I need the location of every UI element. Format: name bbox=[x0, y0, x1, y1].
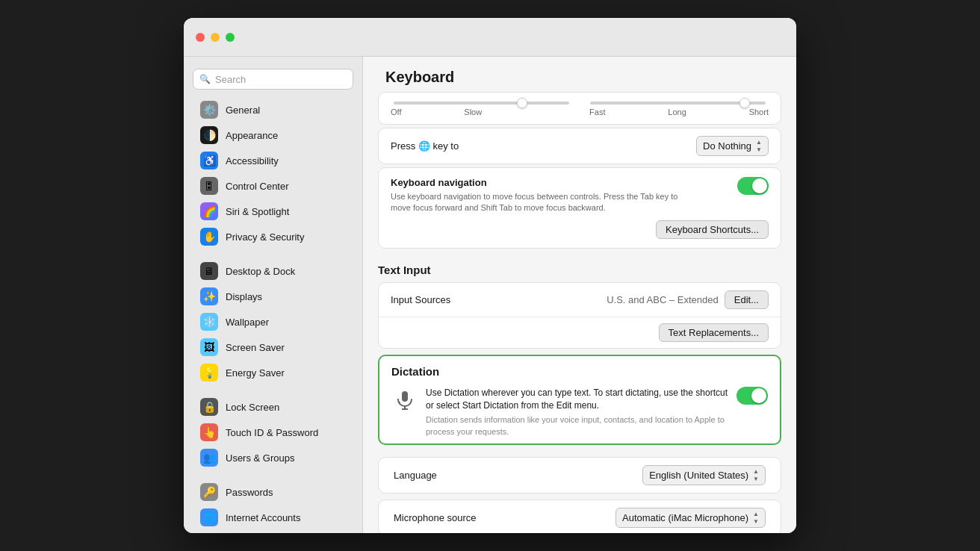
dictation-title: Dictation bbox=[379, 356, 780, 384]
internet-accounts-icon: 🌐 bbox=[200, 508, 218, 526]
language-select[interactable]: English (United States) ▲ ▼ bbox=[642, 465, 766, 485]
sidebar-item-energy-saver[interactable]: 💡 Energy Saver bbox=[188, 360, 358, 385]
sidebar-item-accessibility[interactable]: ♿ Accessibility bbox=[188, 148, 358, 173]
sidebar-item-general[interactable]: ⚙️ General bbox=[188, 97, 358, 122]
titlebar bbox=[184, 18, 796, 57]
press-globe-label: Press 🌐 key to bbox=[391, 140, 459, 152]
users-groups-icon: 👥 bbox=[200, 449, 218, 467]
text-input-title: Text Input bbox=[363, 255, 796, 282]
keyboard-nav-toggle[interactable] bbox=[737, 177, 769, 195]
sidebar-item-lock-screen[interactable]: 🔒 Lock Screen bbox=[188, 394, 358, 420]
microphone-value: Automatic (iMac Microphone) bbox=[622, 512, 748, 523]
key-repeat-slider[interactable] bbox=[394, 102, 569, 105]
sidebar-label-privacy-security: Privacy & Security bbox=[226, 231, 304, 243]
slider-label-off: Off bbox=[391, 108, 401, 116]
delay-slider[interactable] bbox=[590, 102, 766, 105]
input-sources-section: Input Sources U.S. and ABC – Extended Ed… bbox=[378, 282, 781, 349]
sidebar-item-passwords[interactable]: 🔑 Passwords bbox=[188, 479, 358, 505]
sidebar-label-desktop-dock: Desktop & Dock bbox=[226, 266, 295, 277]
sidebar-item-control-center[interactable]: 🎛 Control Center bbox=[188, 173, 358, 199]
minimize-button[interactable] bbox=[211, 33, 220, 42]
sidebar: 🔍 Search ⚙️ General 🌓 Appearance ♿ Acces… bbox=[184, 57, 363, 533]
accessibility-icon: ♿ bbox=[200, 152, 218, 169]
touch-id-icon: 👆 bbox=[200, 423, 218, 441]
sidebar-item-wallpaper[interactable]: ❄️ Wallpaper bbox=[188, 309, 358, 334]
sidebar-divider-3 bbox=[184, 470, 362, 479]
page-title: Keyboard bbox=[363, 57, 796, 92]
microphone-source-row: Microphone source Automatic (iMac Microp… bbox=[378, 499, 781, 533]
sidebar-item-displays[interactable]: ✨ Displays bbox=[188, 284, 358, 309]
sidebar-label-wallpaper: Wallpaper bbox=[226, 317, 269, 328]
microphone-label: Microphone source bbox=[394, 512, 477, 523]
screen-saver-icon: 🖼 bbox=[200, 338, 218, 356]
sidebar-label-lock-screen: Lock Screen bbox=[226, 402, 279, 413]
sidebar-item-privacy-security[interactable]: ✋ Privacy & Security bbox=[188, 224, 358, 249]
language-label: Language bbox=[394, 470, 437, 481]
main-content: Keyboard Off Slow Fast Long Short bbox=[363, 57, 796, 533]
sidebar-item-desktop-dock[interactable]: 🖥 Desktop & Dock bbox=[188, 258, 358, 284]
slider-label-slow: Slow bbox=[464, 108, 482, 116]
dictation-sub-text: Dictation sends information like your vo… bbox=[426, 414, 728, 438]
sidebar-divider-1 bbox=[184, 249, 362, 258]
sidebar-label-displays: Displays bbox=[226, 291, 262, 302]
keyboard-nav-desc: Use keyboard navigation to move focus be… bbox=[391, 191, 689, 214]
keyboard-nav-title: Keyboard navigation bbox=[391, 177, 689, 188]
microphone-select[interactable]: Automatic (iMac Microphone) ▲ ▼ bbox=[615, 508, 766, 528]
dictation-toggle-wrap bbox=[736, 387, 768, 405]
delay-thumb[interactable] bbox=[739, 98, 750, 108]
sidebar-label-control-center: Control Center bbox=[226, 181, 289, 192]
sidebar-item-touch-id[interactable]: 👆 Touch ID & Password bbox=[188, 420, 358, 445]
svg-rect-0 bbox=[402, 391, 408, 402]
slider-label-short: Short bbox=[749, 108, 769, 116]
dictation-main-text: Use Dictation wherever you can type text… bbox=[426, 387, 728, 412]
siri-icon: 🌈 bbox=[200, 202, 218, 220]
sidebar-label-accessibility: Accessibility bbox=[226, 155, 279, 166]
close-button[interactable] bbox=[196, 33, 205, 42]
slider-label-fast: Fast bbox=[589, 108, 605, 116]
input-sources-edit-button[interactable]: Edit... bbox=[725, 290, 769, 309]
system-preferences-window: 🔍 Search ⚙️ General 🌓 Appearance ♿ Acces… bbox=[184, 18, 796, 533]
sidebar-item-appearance[interactable]: 🌓 Appearance bbox=[188, 122, 358, 148]
language-row: Language English (United States) ▲ ▼ bbox=[378, 457, 781, 494]
maximize-button[interactable] bbox=[226, 33, 235, 42]
general-icon: ⚙️ bbox=[200, 101, 218, 119]
dictation-section: Dictation Use Dictation wherev bbox=[378, 355, 781, 445]
dictation-row: Use Dictation wherever you can type text… bbox=[379, 384, 780, 443]
passwords-icon: 🔑 bbox=[200, 483, 218, 501]
sidebar-label-siri-spotlight: Siri & Spotlight bbox=[226, 206, 289, 217]
energy-saver-icon: 💡 bbox=[200, 364, 218, 382]
input-sources-label: Input Sources bbox=[391, 294, 450, 305]
dictation-toggle[interactable] bbox=[736, 387, 768, 405]
sidebar-item-screen-saver[interactable]: 🖼 Screen Saver bbox=[188, 334, 358, 360]
text-replacements-button[interactable]: Text Replacements... bbox=[659, 323, 769, 342]
sidebar-label-general: General bbox=[226, 105, 260, 116]
search-container: 🔍 Search bbox=[184, 64, 362, 97]
input-sources-row: Input Sources U.S. and ABC – Extended Ed… bbox=[379, 283, 781, 317]
sidebar-item-internet-accounts[interactable]: 🌐 Internet Accounts bbox=[188, 505, 358, 530]
sidebar-item-siri-spotlight[interactable]: 🌈 Siri & Spotlight bbox=[188, 199, 358, 224]
sidebar-divider-2 bbox=[184, 385, 362, 394]
press-globe-value: Do Nothing bbox=[703, 140, 751, 152]
appearance-icon: 🌓 bbox=[200, 126, 218, 144]
wallpaper-icon: ❄️ bbox=[200, 313, 218, 331]
search-placeholder: Search bbox=[215, 74, 246, 85]
key-repeat-thumb[interactable] bbox=[517, 98, 527, 108]
window-content: 🔍 Search ⚙️ General 🌓 Appearance ♿ Acces… bbox=[184, 57, 796, 533]
search-icon: 🔍 bbox=[199, 74, 211, 84]
control-center-icon: 🎛 bbox=[200, 177, 218, 195]
search-box[interactable]: 🔍 Search bbox=[193, 69, 353, 90]
lock-screen-icon: 🔒 bbox=[200, 398, 218, 416]
sidebar-label-screen-saver: Screen Saver bbox=[226, 342, 285, 353]
sidebar-label-energy-saver: Energy Saver bbox=[226, 367, 285, 379]
slider-label-long: Long bbox=[668, 108, 686, 116]
sidebar-item-users-groups[interactable]: 👥 Users & Groups bbox=[188, 445, 358, 470]
sidebar-item-game-center[interactable]: 🎮 Game Center bbox=[188, 530, 358, 533]
press-globe-select[interactable]: Do Nothing ▲ ▼ bbox=[696, 136, 769, 156]
sidebar-label-touch-id: Touch ID & Password bbox=[226, 427, 318, 438]
dictation-microphone-icon bbox=[391, 387, 418, 414]
input-sources-value: U.S. and ABC – Extended bbox=[607, 294, 719, 305]
stepper-arrows: ▲ ▼ bbox=[756, 139, 762, 153]
dictation-text-wrap: Use Dictation wherever you can type text… bbox=[426, 387, 728, 438]
sidebar-label-passwords: Passwords bbox=[226, 487, 273, 498]
keyboard-shortcuts-button[interactable]: Keyboard Shortcuts... bbox=[656, 220, 769, 239]
